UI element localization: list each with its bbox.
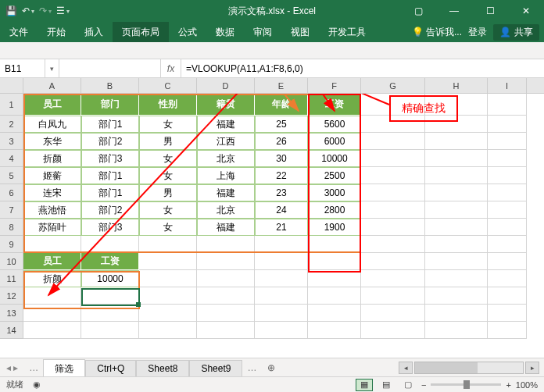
row-header[interactable]: 7 (0, 201, 23, 219)
cell[interactable]: 员工 (23, 253, 81, 270)
row-header[interactable]: 12 (0, 287, 23, 305)
undo-icon[interactable]: ↶▾ (22, 5, 34, 17)
cell[interactable] (81, 287, 139, 305)
col-header[interactable]: A (23, 78, 81, 93)
tell-me[interactable]: 💡 告诉我... (412, 26, 462, 39)
cell[interactable]: 21 (255, 219, 308, 236)
cell[interactable]: 10000 (81, 270, 139, 287)
cell[interactable]: 男 (139, 133, 197, 150)
sheet-tab[interactable]: 筛选 (43, 359, 85, 378)
cell[interactable] (255, 270, 308, 287)
cell[interactable] (488, 270, 527, 287)
cell[interactable]: 24 (255, 201, 308, 219)
cell[interactable]: 折颜 (23, 150, 81, 167)
row-header[interactable]: 10 (0, 253, 23, 270)
cell[interactable]: 部门3 (81, 150, 139, 167)
cell[interactable]: 燕池悟 (23, 201, 81, 219)
cell[interactable] (425, 201, 488, 219)
row-header[interactable]: 5 (0, 167, 23, 184)
cell[interactable] (488, 167, 527, 184)
cell[interactable] (139, 253, 197, 270)
cells-container[interactable]: 员工部门性别籍贯年龄工资白凤九部门1女福建255600东华部门2男江西26600… (23, 94, 544, 339)
cell[interactable] (425, 236, 488, 253)
row-header[interactable]: 3 (0, 133, 23, 150)
cell[interactable]: 白凤九 (23, 116, 81, 133)
qat-menu-icon[interactable]: ☰▾ (56, 5, 69, 17)
row-header[interactable]: 11 (0, 270, 23, 287)
tab-insert[interactable]: 插入 (75, 22, 113, 42)
cell[interactable] (488, 287, 527, 305)
sheet-tab[interactable]: Sheet9 (189, 360, 242, 376)
cell[interactable]: 女 (139, 116, 197, 133)
cell[interactable]: 男 (139, 184, 197, 201)
cell[interactable] (255, 253, 308, 270)
cell[interactable]: 部门1 (81, 184, 139, 201)
cell[interactable]: 26 (255, 133, 308, 150)
cell[interactable]: 女 (139, 201, 197, 219)
sheet-tab[interactable]: Ctrl+Q (85, 360, 136, 376)
cell[interactable] (139, 236, 197, 253)
cell[interactable] (139, 287, 197, 305)
cell[interactable]: 女 (139, 219, 197, 236)
cell[interactable] (425, 305, 488, 322)
cell[interactable]: 北京 (197, 150, 255, 167)
cell[interactable] (488, 322, 527, 339)
col-header[interactable]: H (425, 78, 488, 93)
cell[interactable] (425, 219, 488, 236)
cell[interactable] (308, 322, 361, 339)
cell[interactable] (139, 305, 197, 322)
col-header[interactable]: C (139, 78, 197, 93)
cell[interactable]: 女 (139, 167, 197, 184)
sheet-tab[interactable]: Sheet8 (136, 360, 189, 376)
row-header[interactable]: 4 (0, 150, 23, 167)
cell[interactable]: 部门3 (81, 219, 139, 236)
tab-page-layout[interactable]: 页面布局 (113, 22, 169, 42)
tab-home[interactable]: 开始 (38, 22, 75, 42)
page-break-view-icon[interactable]: ▢ (399, 379, 417, 391)
cell[interactable] (361, 167, 425, 184)
cell[interactable] (81, 322, 139, 339)
row-header[interactable]: 13 (0, 305, 23, 322)
cell[interactable]: 5600 (308, 116, 361, 133)
cell[interactable] (23, 236, 81, 253)
cell[interactable] (308, 253, 361, 270)
cell[interactable] (361, 184, 425, 201)
sign-in[interactable]: 登录 (468, 26, 487, 39)
cell[interactable]: 籍贯 (197, 94, 255, 116)
row-header[interactable]: 8 (0, 219, 23, 236)
row-header[interactable]: 1 (0, 94, 23, 116)
tab-file[interactable]: 文件 (0, 22, 38, 42)
cell[interactable] (361, 287, 425, 305)
cell[interactable] (425, 133, 488, 150)
cell[interactable]: 苏陌叶 (23, 219, 81, 236)
cell[interactable] (308, 287, 361, 305)
cell[interactable] (197, 270, 255, 287)
cell[interactable]: 福建 (197, 184, 255, 201)
cell[interactable]: 年龄 (255, 94, 308, 116)
cell[interactable] (197, 253, 255, 270)
cell[interactable] (139, 322, 197, 339)
cell[interactable] (488, 116, 527, 133)
cell[interactable]: 工资 (81, 253, 139, 270)
cell[interactable]: 部门 (81, 94, 139, 116)
scroll-left-icon[interactable]: ◂ (399, 362, 413, 374)
cell[interactable]: 工资 (308, 94, 361, 116)
cell[interactable]: 江西 (197, 133, 255, 150)
cell[interactable] (488, 133, 527, 150)
cell[interactable] (488, 305, 527, 322)
cell[interactable]: 连宋 (23, 184, 81, 201)
cell[interactable]: 部门1 (81, 167, 139, 184)
grid-area[interactable]: A B C D E F G H I 1 2 3 4 5 6 7 8 9 10 1… (0, 78, 544, 353)
cell[interactable] (425, 322, 488, 339)
close-icon[interactable]: ✕ (508, 0, 544, 22)
cell[interactable]: 部门2 (81, 201, 139, 219)
row-header[interactable]: 9 (0, 236, 23, 253)
cell[interactable] (425, 287, 488, 305)
cell[interactable] (361, 322, 425, 339)
cell[interactable] (361, 270, 425, 287)
zoom-in-icon[interactable]: + (506, 380, 510, 390)
cell[interactable] (488, 184, 527, 201)
cell[interactable] (197, 305, 255, 322)
col-header[interactable]: F (308, 78, 361, 93)
cell[interactable] (425, 167, 488, 184)
